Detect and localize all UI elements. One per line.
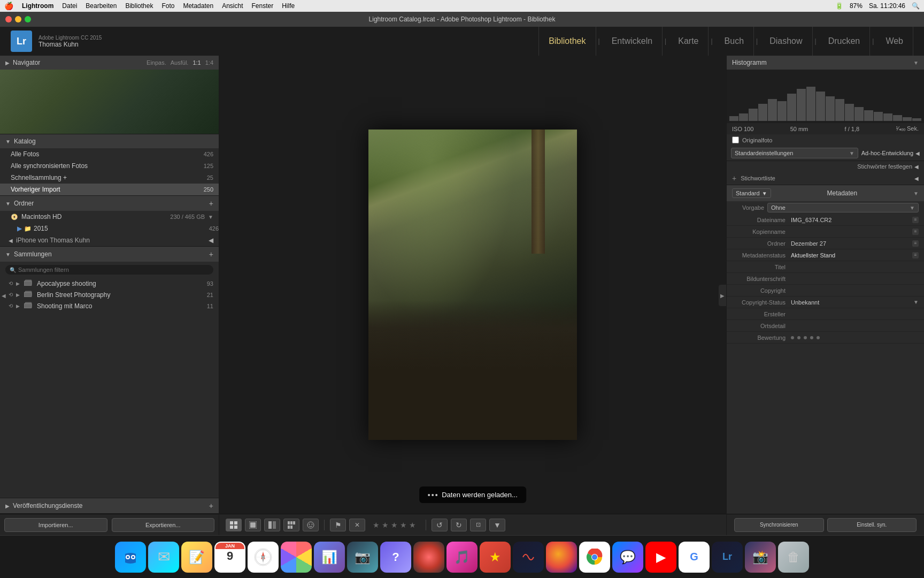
dock-lightroom[interactable]: Lr — [712, 542, 743, 573]
more-btn[interactable]: ▼ — [489, 519, 505, 531]
dock-safari[interactable] — [248, 542, 279, 573]
sammlungen-header[interactable]: ▼ Sammlungen + — [0, 247, 219, 262]
star-5[interactable]: ★ — [409, 521, 416, 529]
module-web[interactable]: Web — [876, 27, 913, 56]
dock-finder[interactable] — [115, 542, 146, 573]
module-bibliothek[interactable]: Bibliothek — [538, 27, 596, 56]
sammlungen-search-input[interactable] — [18, 267, 209, 273]
right-panel-collapse[interactable]: ▶ — [719, 285, 726, 306]
adhoc-arrow[interactable]: ◀ — [915, 150, 920, 156]
survey-btn[interactable] — [283, 519, 299, 531]
grid-view-btn[interactable] — [226, 519, 242, 531]
rating-dot-2[interactable] — [797, 336, 800, 339]
dock-keynote[interactable]: 📊 — [314, 542, 345, 573]
minimize-button[interactable] — [15, 16, 21, 22]
rating-dot-5[interactable] — [817, 336, 820, 339]
catalog-alle-fotos[interactable]: Alle Fotos 426 — [0, 148, 219, 160]
katalog-toggle[interactable]: ▼ — [5, 139, 11, 144]
star-4[interactable]: ★ — [400, 521, 407, 529]
katalog-header[interactable]: ▼ Katalog — [0, 134, 219, 148]
iphone-item[interactable]: ◀ iPhone von Thomas Kuhn ◀ — [0, 234, 219, 246]
ordner-hd-arrow[interactable]: ▼ — [208, 214, 213, 220]
sammlungen-toggle[interactable]: ▼ — [5, 252, 11, 257]
develop-preset-select[interactable]: Standardeinstellungen ▼ — [731, 148, 858, 158]
collection-apocalypse[interactable]: ⟲ ▶ Apocalypse shooting 93 — [0, 278, 219, 289]
star-2[interactable]: ★ — [382, 521, 389, 529]
dock-calendar[interactable]: JAN 9 — [214, 542, 245, 573]
meta-metadatenstatus-value[interactable]: Aktuellster Stand — [791, 252, 911, 258]
module-karte[interactable]: Karte — [668, 27, 709, 56]
module-diashow[interactable]: Diashow — [760, 27, 812, 56]
histogram-collapse[interactable]: ▼ — [913, 60, 919, 66]
collection-berlin[interactable]: ⟲ ▶ Berlin Street Photography 21 — [0, 289, 219, 300]
crop-btn[interactable]: ⊡ — [470, 519, 486, 531]
collection-berlin-expand[interactable]: ▶ — [16, 292, 20, 298]
rating-dot-3[interactable] — [804, 336, 807, 339]
star-3[interactable]: ★ — [391, 521, 398, 529]
stichwort-list-arrow[interactable]: ◀ — [914, 176, 919, 181]
apple-menu[interactable]: 🍎 — [4, 2, 13, 10]
veroeffentlichung-header[interactable]: ▶ Veröffentlichungsdienste + — [0, 498, 219, 513]
single-view-btn[interactable] — [245, 519, 261, 531]
stichwort-festlegen-arrow[interactable]: ◀ — [914, 164, 919, 170]
left-panel-collapse[interactable]: ◀ — [0, 285, 7, 306]
rating-dot-4[interactable] — [810, 336, 813, 339]
dock-photos[interactable] — [281, 542, 312, 573]
dock-itunes[interactable]: 🎵 — [446, 542, 478, 573]
module-buch[interactable]: Buch — [715, 27, 754, 56]
app-menu-name[interactable]: Lightroom — [22, 2, 53, 10]
star-1[interactable]: ★ — [373, 521, 380, 529]
meta-dateiname-value[interactable]: IMG_6374.CR2 — [791, 217, 911, 223]
catalog-sync-fotos[interactable]: Alle synchronisierten Fotos 125 — [0, 160, 219, 172]
sammlungen-add[interactable]: + — [209, 250, 213, 258]
metadaten-collapse[interactable]: ▼ — [913, 191, 919, 196]
metadaten-preset-select[interactable]: Standard ▼ — [732, 188, 771, 198]
nav-1-4[interactable]: 1:4 — [205, 59, 213, 66]
collection-marco[interactable]: ⟲ ▶ Shooting mit Marco 11 — [0, 300, 219, 311]
dock-lens[interactable] — [413, 542, 444, 573]
import-button[interactable]: Importieren... — [4, 518, 107, 532]
ordner-hd[interactable]: 📀 Macintosh HD 230 / 465 GB ▼ — [0, 211, 219, 223]
menu-metadaten[interactable]: Metadaten — [183, 2, 213, 10]
menu-bibliothek[interactable]: Bibliothek — [125, 2, 153, 10]
dock-scrobbler[interactable] — [513, 542, 544, 573]
ordner-header[interactable]: ▼ Ordner + — [0, 196, 219, 211]
sync-button[interactable]: Synchronisieren — [734, 518, 824, 532]
dock-chrome[interactable] — [579, 542, 610, 573]
dock-youtube[interactable]: ▶ — [645, 542, 676, 573]
menu-foto[interactable]: Foto — [161, 2, 174, 10]
dock-firefox[interactable] — [546, 542, 577, 573]
menu-hilfe[interactable]: Hilfe — [282, 2, 295, 10]
dock-screenshot-tool[interactable]: 📸 — [745, 542, 776, 573]
flag-remove[interactable]: ✕ — [349, 519, 365, 531]
menu-ansicht[interactable]: Ansicht — [222, 2, 243, 10]
module-entwickeln[interactable]: Entwickeln — [602, 27, 663, 56]
meta-copyright-status-value[interactable]: Unbekannt — [791, 299, 913, 306]
menu-bearbeiten[interactable]: Bearbeiten — [86, 2, 117, 10]
meta-dateiname-scroll[interactable]: ≡ — [912, 217, 919, 223]
face-btn[interactable] — [303, 519, 319, 531]
copyright-status-arrow[interactable]: ▼ — [913, 299, 919, 305]
originalfoto-checkbox[interactable] — [732, 136, 739, 143]
meta-status-scroll[interactable]: ≡ — [912, 252, 919, 258]
veroeffentlichung-add[interactable]: + — [209, 501, 213, 510]
ordner-2015[interactable]: ▶ 📁 2015 426 — [0, 223, 219, 234]
meta-ordner-scroll[interactable]: ≡ — [912, 240, 919, 247]
dock-messenger[interactable]: 💬 — [612, 542, 643, 573]
collection-expand-icon[interactable]: ▶ — [16, 281, 20, 286]
catalog-vorheriger[interactable]: Vorheriger Import 250 — [0, 184, 219, 195]
dock-reeder[interactable]: ★ — [480, 542, 511, 573]
veroeffentlichung-toggle[interactable]: ▶ — [5, 503, 10, 509]
compare-btn[interactable] — [264, 519, 280, 531]
dock-notes[interactable]: 📝 — [181, 542, 212, 573]
nav-einpas[interactable]: Einpas. — [147, 59, 166, 66]
rating-dot-1[interactable] — [791, 336, 794, 339]
ordner-toggle[interactable]: ▼ — [5, 201, 11, 207]
dock-trash[interactable]: 🗑 — [778, 542, 809, 573]
nav-1-1[interactable]: 1:1 — [192, 59, 201, 66]
stichwort-plus[interactable]: + — [732, 174, 736, 182]
dock-google[interactable]: G — [679, 542, 710, 573]
menu-fenster[interactable]: Fenster — [252, 2, 274, 10]
navigator-toggle[interactable]: ▶ — [5, 60, 10, 66]
catalog-schnell[interactable]: Schnellsammlung + 25 — [0, 172, 219, 184]
